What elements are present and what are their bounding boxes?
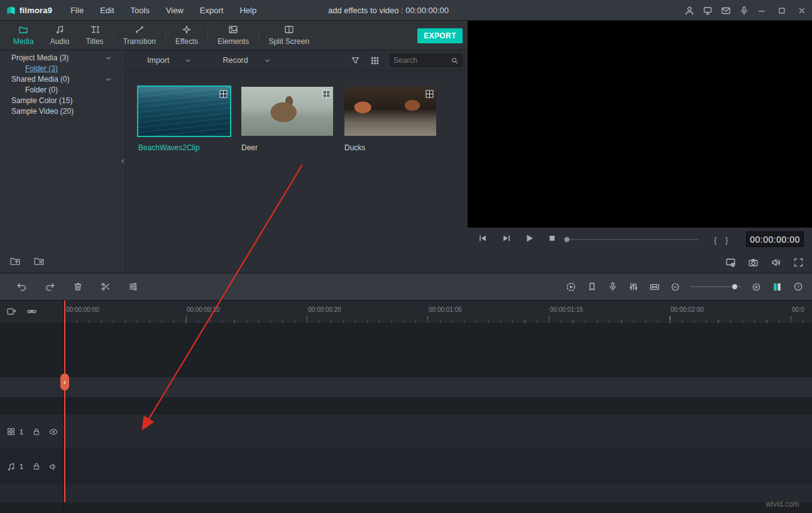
tab-separator	[258, 28, 259, 43]
search-box[interactable]	[390, 54, 463, 67]
link-clips-icon[interactable]	[26, 306, 37, 317]
tree-item-label: Project Media (3)	[11, 53, 69, 62]
tree-item-folder-0[interactable]: Folder (0)	[0, 85, 125, 96]
redo-icon[interactable]	[45, 282, 55, 292]
step-back-icon	[478, 233, 488, 243]
track-manager-icon[interactable]	[772, 282, 782, 292]
media-thumbnail[interactable]	[138, 87, 230, 136]
close-button[interactable]	[792, 0, 812, 21]
workspace-icon[interactable]	[703, 6, 713, 16]
delete-folder-icon[interactable]	[33, 255, 45, 267]
split-screen-icon	[284, 25, 294, 35]
tree-item-sample-color[interactable]: Sample Color (15)	[0, 96, 125, 106]
render-preview-icon[interactable]	[566, 282, 576, 292]
zoom-in-icon[interactable]	[752, 282, 761, 292]
voiceover-mic-icon[interactable]	[608, 282, 618, 292]
menu-tools[interactable]: Tools	[123, 0, 158, 21]
menu-file[interactable]: File	[62, 0, 92, 21]
media-item-ducks[interactable]: Ducks	[344, 87, 436, 152]
tree-item-shared-media[interactable]: Shared Media (0)	[0, 74, 125, 85]
chevron-down-icon[interactable]	[104, 54, 112, 62]
mark-in-button[interactable]: {	[714, 235, 716, 245]
undo-icon[interactable]	[16, 282, 27, 292]
tree-item-folder-3[interactable]: Folder (3)	[0, 63, 125, 74]
media-item-name: Deer	[241, 143, 333, 152]
split-scissors-icon[interactable]	[101, 282, 111, 292]
step-back-button[interactable]	[478, 233, 488, 246]
eye-icon[interactable]	[48, 427, 58, 437]
tab-effects[interactable]: Effects	[167, 25, 206, 46]
grid-view-icon[interactable]	[370, 56, 380, 65]
tab-split-screen[interactable]: Split Screen	[260, 25, 317, 46]
chevron-down-icon[interactable]	[104, 75, 112, 84]
timeline-empty-track[interactable]	[0, 377, 812, 397]
search-input[interactable]	[393, 56, 451, 65]
import-chevron-icon[interactable]	[184, 57, 192, 65]
marker-icon[interactable]	[587, 282, 597, 292]
zoom-out-icon[interactable]	[671, 282, 680, 292]
volume-icon[interactable]	[771, 257, 781, 268]
render-settings-icon[interactable]	[725, 257, 736, 268]
lock-icon[interactable]	[32, 428, 41, 436]
export-button[interactable]: EXPORT	[417, 28, 463, 43]
mute-speaker-icon[interactable]	[48, 462, 58, 472]
zoom-slider-handle[interactable]	[732, 284, 737, 289]
preview-viewport[interactable]	[468, 21, 812, 228]
audio-track-lane[interactable]	[0, 449, 812, 484]
zoom-to-fit-icon[interactable]	[649, 282, 660, 292]
menu-edit[interactable]: Edit	[92, 0, 122, 21]
media-toolbar-right	[351, 54, 468, 67]
account-icon[interactable]	[684, 6, 694, 16]
timeline-header[interactable]: 00:00:00:00 00:00:00:10 00:00:00:20 00:0…	[0, 301, 812, 324]
fullscreen-icon[interactable]	[793, 257, 804, 268]
new-folder-icon[interactable]	[9, 255, 21, 267]
timeline-collapse-handle[interactable]: ‹	[60, 373, 69, 390]
menu-help[interactable]: Help	[231, 0, 265, 21]
tab-titles[interactable]: Titles	[77, 25, 111, 46]
titlebar: filmora9 File Edit Tools View Export Hel…	[0, 0, 812, 21]
record-button[interactable]: Record	[222, 56, 248, 65]
menu-view[interactable]: View	[158, 0, 192, 21]
tree-item-project-media[interactable]: Project Media (3)	[0, 53, 125, 63]
delete-icon[interactable]	[73, 282, 83, 292]
ruler-label: 00:00:01:05	[429, 306, 462, 313]
help-icon[interactable]: ?	[793, 282, 803, 292]
tab-transition[interactable]: Transition	[115, 25, 164, 46]
video-track-lane[interactable]	[0, 414, 812, 449]
transition-icon	[134, 25, 145, 35]
media-thumbnail[interactable]	[344, 87, 436, 136]
mic-icon[interactable]	[739, 6, 749, 16]
stop-button[interactable]	[547, 234, 557, 246]
tab-media[interactable]: Media	[5, 25, 42, 46]
lock-icon[interactable]	[32, 462, 41, 471]
play-button[interactable]	[524, 233, 535, 246]
media-thumbnail[interactable]	[241, 87, 333, 136]
adjust-sliders-icon[interactable]	[128, 282, 138, 292]
mark-out-button[interactable]: }	[725, 235, 728, 245]
audio-mixer-icon[interactable]	[628, 282, 639, 292]
minimize-button[interactable]	[752, 0, 772, 21]
add-to-timeline-icon[interactable]	[6, 306, 17, 317]
step-forward-button[interactable]	[502, 233, 512, 246]
tree-item-sample-video[interactable]: Sample Video (20)	[0, 106, 125, 117]
media-item-deer[interactable]: Deer	[241, 87, 333, 152]
filter-icon[interactable]	[351, 56, 360, 65]
tab-audio[interactable]: Audio	[42, 25, 78, 46]
maximize-button[interactable]	[772, 0, 792, 21]
menubar: File Edit Tools View Export Help	[62, 0, 265, 21]
timeline-empty-track-bottom[interactable]	[0, 484, 812, 502]
timeline-zoom-slider[interactable]	[691, 286, 741, 287]
record-chevron-icon[interactable]	[263, 57, 272, 65]
preview-scrubber[interactable]	[565, 239, 698, 240]
ruler-label: 00:00:00:00	[66, 306, 99, 313]
menu-export[interactable]: Export	[192, 0, 232, 21]
media-item-beachwaves[interactable]: BeachWaves2Clip	[138, 87, 230, 152]
scrubber-handle[interactable]	[564, 237, 569, 242]
message-icon[interactable]	[721, 6, 731, 16]
sidebar-collapse-handle[interactable]: ‹	[121, 156, 124, 165]
tab-elements[interactable]: Elements	[209, 25, 257, 46]
snapshot-camera-icon[interactable]	[748, 257, 759, 268]
playhead[interactable]	[64, 301, 65, 502]
search-icon[interactable]	[451, 57, 459, 65]
import-button[interactable]: Import	[147, 56, 169, 65]
